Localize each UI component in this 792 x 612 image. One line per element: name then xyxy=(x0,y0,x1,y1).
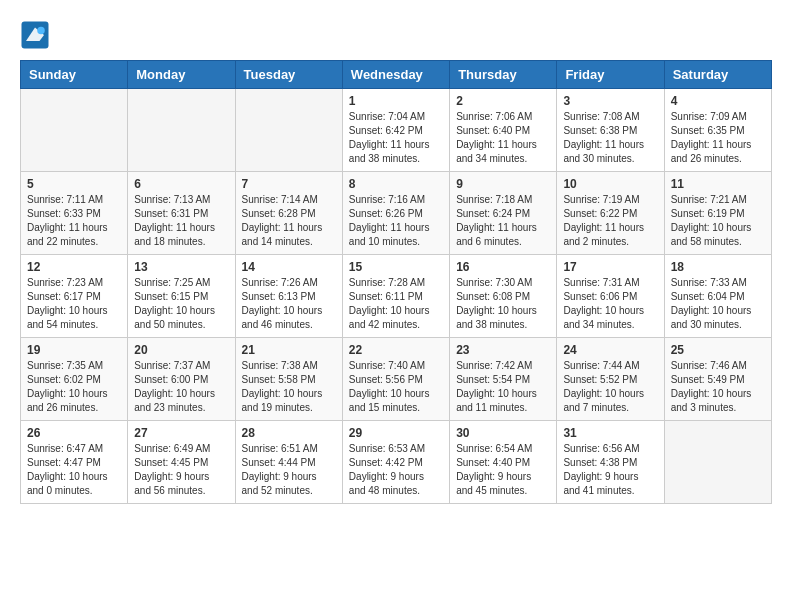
calendar-cell: 8Sunrise: 7:16 AM Sunset: 6:26 PM Daylig… xyxy=(342,172,449,255)
calendar-cell: 10Sunrise: 7:19 AM Sunset: 6:22 PM Dayli… xyxy=(557,172,664,255)
day-info: Sunrise: 6:54 AM Sunset: 4:40 PM Dayligh… xyxy=(456,442,550,498)
calendar-table: SundayMondayTuesdayWednesdayThursdayFrid… xyxy=(20,60,772,504)
day-number: 16 xyxy=(456,260,550,274)
day-info: Sunrise: 7:19 AM Sunset: 6:22 PM Dayligh… xyxy=(563,193,657,249)
calendar-cell: 14Sunrise: 7:26 AM Sunset: 6:13 PM Dayli… xyxy=(235,255,342,338)
day-number: 8 xyxy=(349,177,443,191)
day-info: Sunrise: 7:40 AM Sunset: 5:56 PM Dayligh… xyxy=(349,359,443,415)
calendar-cell: 27Sunrise: 6:49 AM Sunset: 4:45 PM Dayli… xyxy=(128,421,235,504)
day-info: Sunrise: 7:30 AM Sunset: 6:08 PM Dayligh… xyxy=(456,276,550,332)
day-info: Sunrise: 6:49 AM Sunset: 4:45 PM Dayligh… xyxy=(134,442,228,498)
day-number: 28 xyxy=(242,426,336,440)
logo xyxy=(20,20,55,50)
day-number: 27 xyxy=(134,426,228,440)
calendar-cell xyxy=(664,421,771,504)
day-number: 2 xyxy=(456,94,550,108)
week-row-5: 26Sunrise: 6:47 AM Sunset: 4:47 PM Dayli… xyxy=(21,421,772,504)
calendar-cell: 20Sunrise: 7:37 AM Sunset: 6:00 PM Dayli… xyxy=(128,338,235,421)
calendar-cell: 21Sunrise: 7:38 AM Sunset: 5:58 PM Dayli… xyxy=(235,338,342,421)
column-header-sunday: Sunday xyxy=(21,61,128,89)
day-info: Sunrise: 7:14 AM Sunset: 6:28 PM Dayligh… xyxy=(242,193,336,249)
day-info: Sunrise: 7:11 AM Sunset: 6:33 PM Dayligh… xyxy=(27,193,121,249)
day-info: Sunrise: 6:53 AM Sunset: 4:42 PM Dayligh… xyxy=(349,442,443,498)
day-info: Sunrise: 7:08 AM Sunset: 6:38 PM Dayligh… xyxy=(563,110,657,166)
calendar-cell: 29Sunrise: 6:53 AM Sunset: 4:42 PM Dayli… xyxy=(342,421,449,504)
column-header-saturday: Saturday xyxy=(664,61,771,89)
day-number: 20 xyxy=(134,343,228,357)
day-info: Sunrise: 7:16 AM Sunset: 6:26 PM Dayligh… xyxy=(349,193,443,249)
day-number: 22 xyxy=(349,343,443,357)
day-info: Sunrise: 6:51 AM Sunset: 4:44 PM Dayligh… xyxy=(242,442,336,498)
day-number: 1 xyxy=(349,94,443,108)
day-number: 19 xyxy=(27,343,121,357)
day-info: Sunrise: 7:09 AM Sunset: 6:35 PM Dayligh… xyxy=(671,110,765,166)
week-row-1: 1Sunrise: 7:04 AM Sunset: 6:42 PM Daylig… xyxy=(21,89,772,172)
calendar-cell: 31Sunrise: 6:56 AM Sunset: 4:38 PM Dayli… xyxy=(557,421,664,504)
column-header-tuesday: Tuesday xyxy=(235,61,342,89)
day-number: 10 xyxy=(563,177,657,191)
day-number: 13 xyxy=(134,260,228,274)
calendar-cell: 9Sunrise: 7:18 AM Sunset: 6:24 PM Daylig… xyxy=(450,172,557,255)
column-header-monday: Monday xyxy=(128,61,235,89)
calendar-header-row: SundayMondayTuesdayWednesdayThursdayFrid… xyxy=(21,61,772,89)
day-info: Sunrise: 7:21 AM Sunset: 6:19 PM Dayligh… xyxy=(671,193,765,249)
calendar-cell: 15Sunrise: 7:28 AM Sunset: 6:11 PM Dayli… xyxy=(342,255,449,338)
calendar-cell: 16Sunrise: 7:30 AM Sunset: 6:08 PM Dayli… xyxy=(450,255,557,338)
day-info: Sunrise: 7:35 AM Sunset: 6:02 PM Dayligh… xyxy=(27,359,121,415)
day-info: Sunrise: 7:23 AM Sunset: 6:17 PM Dayligh… xyxy=(27,276,121,332)
day-info: Sunrise: 7:25 AM Sunset: 6:15 PM Dayligh… xyxy=(134,276,228,332)
day-info: Sunrise: 6:56 AM Sunset: 4:38 PM Dayligh… xyxy=(563,442,657,498)
day-number: 17 xyxy=(563,260,657,274)
calendar-cell: 5Sunrise: 7:11 AM Sunset: 6:33 PM Daylig… xyxy=(21,172,128,255)
day-number: 6 xyxy=(134,177,228,191)
day-number: 18 xyxy=(671,260,765,274)
day-number: 4 xyxy=(671,94,765,108)
day-number: 26 xyxy=(27,426,121,440)
page-header xyxy=(20,20,772,50)
day-info: Sunrise: 7:04 AM Sunset: 6:42 PM Dayligh… xyxy=(349,110,443,166)
day-number: 21 xyxy=(242,343,336,357)
calendar-cell: 17Sunrise: 7:31 AM Sunset: 6:06 PM Dayli… xyxy=(557,255,664,338)
column-header-wednesday: Wednesday xyxy=(342,61,449,89)
day-number: 14 xyxy=(242,260,336,274)
logo-icon xyxy=(20,20,50,50)
day-number: 5 xyxy=(27,177,121,191)
day-number: 15 xyxy=(349,260,443,274)
calendar-cell: 25Sunrise: 7:46 AM Sunset: 5:49 PM Dayli… xyxy=(664,338,771,421)
day-info: Sunrise: 7:31 AM Sunset: 6:06 PM Dayligh… xyxy=(563,276,657,332)
day-info: Sunrise: 7:33 AM Sunset: 6:04 PM Dayligh… xyxy=(671,276,765,332)
day-number: 7 xyxy=(242,177,336,191)
day-number: 24 xyxy=(563,343,657,357)
day-number: 12 xyxy=(27,260,121,274)
column-header-friday: Friday xyxy=(557,61,664,89)
calendar-cell xyxy=(235,89,342,172)
day-number: 25 xyxy=(671,343,765,357)
calendar-cell: 2Sunrise: 7:06 AM Sunset: 6:40 PM Daylig… xyxy=(450,89,557,172)
calendar-cell: 30Sunrise: 6:54 AM Sunset: 4:40 PM Dayli… xyxy=(450,421,557,504)
calendar-cell: 13Sunrise: 7:25 AM Sunset: 6:15 PM Dayli… xyxy=(128,255,235,338)
calendar-cell: 1Sunrise: 7:04 AM Sunset: 6:42 PM Daylig… xyxy=(342,89,449,172)
day-number: 31 xyxy=(563,426,657,440)
day-info: Sunrise: 7:38 AM Sunset: 5:58 PM Dayligh… xyxy=(242,359,336,415)
calendar-cell: 3Sunrise: 7:08 AM Sunset: 6:38 PM Daylig… xyxy=(557,89,664,172)
day-info: Sunrise: 7:13 AM Sunset: 6:31 PM Dayligh… xyxy=(134,193,228,249)
day-number: 3 xyxy=(563,94,657,108)
day-info: Sunrise: 7:46 AM Sunset: 5:49 PM Dayligh… xyxy=(671,359,765,415)
calendar-cell xyxy=(128,89,235,172)
day-info: Sunrise: 7:44 AM Sunset: 5:52 PM Dayligh… xyxy=(563,359,657,415)
calendar-cell: 24Sunrise: 7:44 AM Sunset: 5:52 PM Dayli… xyxy=(557,338,664,421)
calendar-cell: 22Sunrise: 7:40 AM Sunset: 5:56 PM Dayli… xyxy=(342,338,449,421)
calendar-cell: 26Sunrise: 6:47 AM Sunset: 4:47 PM Dayli… xyxy=(21,421,128,504)
week-row-2: 5Sunrise: 7:11 AM Sunset: 6:33 PM Daylig… xyxy=(21,172,772,255)
day-number: 30 xyxy=(456,426,550,440)
calendar-cell: 18Sunrise: 7:33 AM Sunset: 6:04 PM Dayli… xyxy=(664,255,771,338)
calendar-cell: 6Sunrise: 7:13 AM Sunset: 6:31 PM Daylig… xyxy=(128,172,235,255)
calendar-cell: 23Sunrise: 7:42 AM Sunset: 5:54 PM Dayli… xyxy=(450,338,557,421)
day-info: Sunrise: 6:47 AM Sunset: 4:47 PM Dayligh… xyxy=(27,442,121,498)
day-info: Sunrise: 7:06 AM Sunset: 6:40 PM Dayligh… xyxy=(456,110,550,166)
calendar-cell: 12Sunrise: 7:23 AM Sunset: 6:17 PM Dayli… xyxy=(21,255,128,338)
column-header-thursday: Thursday xyxy=(450,61,557,89)
calendar-cell: 28Sunrise: 6:51 AM Sunset: 4:44 PM Dayli… xyxy=(235,421,342,504)
week-row-4: 19Sunrise: 7:35 AM Sunset: 6:02 PM Dayli… xyxy=(21,338,772,421)
calendar-cell: 4Sunrise: 7:09 AM Sunset: 6:35 PM Daylig… xyxy=(664,89,771,172)
